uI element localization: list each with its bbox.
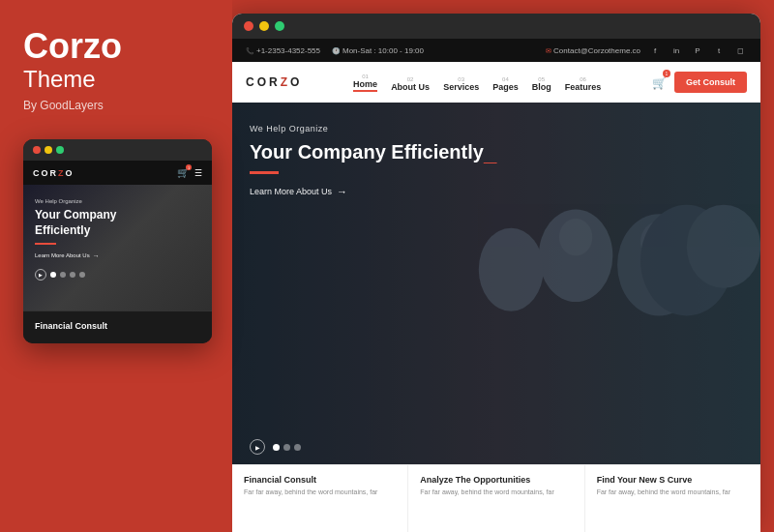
nav-item-features[interactable]: 06 Features bbox=[565, 76, 602, 92]
mobile-hero-underline bbox=[35, 243, 56, 245]
brand-name: Corzo bbox=[23, 27, 209, 66]
mobile-bottom-card: Financial Consult bbox=[23, 310, 212, 343]
mobile-dot-red bbox=[33, 146, 41, 154]
consult-button[interactable]: Get Consult bbox=[674, 72, 747, 93]
desktop-browser-bar bbox=[232, 14, 760, 39]
desktop-dot-green bbox=[275, 21, 284, 31]
cart-icon[interactable]: 🛒 bbox=[652, 76, 667, 90]
hours-info: Mon-Sat : 10:00 - 19:00 bbox=[332, 46, 424, 55]
twitter-icon[interactable]: t bbox=[712, 44, 726, 57]
mobile-cta[interactable]: Learn More About Us → bbox=[35, 252, 200, 259]
nav-item-pages[interactable]: 04 Pages bbox=[492, 76, 519, 92]
svg-point-5 bbox=[687, 205, 760, 288]
bottom-card-2-text: Far far away, behind the word mountains,… bbox=[420, 488, 572, 498]
left-panel: Corzo Theme By GoodLayers CORZO 🛒 1 ☰ bbox=[0, 0, 232, 532]
mobile-hero-small-text: We Help Organize bbox=[35, 198, 200, 204]
hero-small-title: We Help Organize bbox=[250, 124, 505, 133]
slide-dot-2[interactable] bbox=[283, 444, 290, 451]
desktop-nav: CORZO 01 Home 02 About Us 03 Services 04… bbox=[232, 62, 760, 103]
hero-underline bbox=[250, 171, 279, 174]
bottom-card-3-title: Find Your New S Curve bbox=[597, 475, 749, 485]
nav-label-pages: Pages bbox=[492, 82, 519, 92]
mobile-cta-text: Learn More About Us bbox=[35, 252, 90, 258]
desktop-browser-content: +1-2353-4352-555 Mon-Sat : 10:00 - 19:00… bbox=[232, 39, 760, 532]
mobile-dot-yellow bbox=[45, 146, 52, 154]
nav-item-services[interactable]: 03 Services bbox=[443, 76, 479, 92]
mobile-slider-dots: ▶ bbox=[35, 269, 200, 281]
brand-subtitle: Theme bbox=[23, 66, 209, 94]
info-bar-right: Contact@Corzotheme.co f in P t ◻ bbox=[546, 44, 747, 57]
hero-bottom-controls: ▶ bbox=[232, 439, 760, 464]
cart-badge: 1 bbox=[663, 70, 670, 77]
hero-cta-arrow-icon: → bbox=[337, 186, 347, 197]
mobile-dot-1[interactable] bbox=[50, 272, 56, 278]
nav-item-about[interactable]: 02 About Us bbox=[391, 76, 430, 92]
phone-info: +1-2353-4352-555 bbox=[246, 46, 320, 55]
desktop-dot-red bbox=[244, 21, 253, 31]
nav-item-blog[interactable]: 05 Blog bbox=[532, 76, 551, 92]
bottom-card-2: Analyze The Opportunities Far far away, … bbox=[408, 465, 584, 532]
linkedin-icon[interactable]: in bbox=[670, 44, 683, 57]
mobile-cart-badge: 1 bbox=[186, 164, 192, 170]
hero-slide-dots bbox=[273, 444, 301, 451]
mobile-dot-2[interactable] bbox=[60, 272, 66, 278]
info-bar-left: +1-2353-4352-555 Mon-Sat : 10:00 - 19:00 bbox=[246, 46, 424, 55]
bottom-card-2-title: Analyze The Opportunities bbox=[420, 475, 572, 485]
bottom-card-3-text: Far far away, behind the word mountains,… bbox=[597, 488, 749, 498]
bottom-card-1-title: Financial Consult bbox=[244, 475, 396, 485]
hero-play-button[interactable]: ▶ bbox=[250, 439, 265, 455]
pinterest-icon[interactable]: P bbox=[691, 44, 704, 57]
instagram-icon[interactable]: ◻ bbox=[733, 44, 747, 57]
mobile-hamburger-icon[interactable]: ☰ bbox=[194, 168, 202, 178]
mobile-dot-3[interactable] bbox=[70, 272, 75, 278]
mobile-dot-green bbox=[56, 146, 64, 154]
mobile-nav: CORZO 🛒 1 ☰ bbox=[23, 161, 212, 185]
desktop-dot-yellow bbox=[259, 21, 269, 31]
nav-label-features: Features bbox=[565, 82, 602, 92]
mobile-logo: CORZO bbox=[33, 168, 74, 178]
desktop-bottom-cards: Financial Consult Far far away, behind t… bbox=[232, 464, 760, 532]
desktop-hero: We Help Organize Your Company Efficientl… bbox=[232, 103, 760, 464]
nav-label-blog: Blog bbox=[532, 82, 551, 92]
desktop-nav-links: 01 Home 02 About Us 03 Services 04 Pages… bbox=[353, 74, 601, 92]
cart-wrapper[interactable]: 🛒 1 bbox=[652, 74, 667, 91]
bottom-card-1: Financial Consult Far far away, behind t… bbox=[232, 465, 408, 532]
nav-label-services: Services bbox=[443, 82, 479, 92]
nav-label-home: Home bbox=[353, 79, 377, 92]
mobile-dot-4[interactable] bbox=[79, 272, 85, 278]
right-panel: +1-2353-4352-555 Mon-Sat : 10:00 - 19:00… bbox=[232, 14, 760, 532]
desktop-info-bar: +1-2353-4352-555 Mon-Sat : 10:00 - 19:00… bbox=[232, 39, 760, 62]
brand-by: By GoodLayers bbox=[23, 99, 209, 112]
bottom-card-1-text: Far far away, behind the word mountains,… bbox=[244, 488, 396, 498]
svg-point-1 bbox=[559, 219, 592, 255]
nav-item-home[interactable]: 01 Home bbox=[353, 74, 377, 92]
desktop-logo: CORZO bbox=[246, 75, 302, 89]
slide-dot-3[interactable] bbox=[294, 444, 301, 451]
email-info: Contact@Corzotheme.co bbox=[546, 46, 640, 55]
mobile-hero: We Help Organize Your CompanyEfficiently… bbox=[23, 185, 212, 310]
bottom-card-3: Find Your New S Curve Far far away, behi… bbox=[585, 465, 760, 532]
hero-cta-text: Learn More About Us bbox=[250, 187, 332, 196]
desktop-nav-right: 🛒 1 Get Consult bbox=[652, 72, 747, 93]
mobile-cta-arrow-icon: → bbox=[93, 252, 100, 259]
mobile-play-button[interactable]: ▶ bbox=[35, 269, 46, 281]
mobile-cart-icon[interactable]: 🛒 1 bbox=[177, 167, 189, 178]
nav-label-about: About Us bbox=[391, 82, 430, 92]
mobile-nav-icons: 🛒 1 ☰ bbox=[177, 167, 202, 178]
hero-content: We Help Organize Your Company Efficientl… bbox=[232, 103, 522, 207]
mobile-top-bar bbox=[23, 139, 212, 161]
hero-cta-button[interactable]: Learn More About Us → bbox=[250, 186, 505, 197]
mobile-mockup: CORZO 🛒 1 ☰ We Help Organize Your Compan… bbox=[23, 139, 212, 343]
slide-dot-1[interactable] bbox=[273, 444, 280, 451]
svg-point-6 bbox=[479, 228, 544, 311]
hero-main-title: Your Company Efficiently_ bbox=[250, 139, 505, 167]
mobile-bottom-title: Financial Consult bbox=[35, 321, 200, 331]
facebook-icon[interactable]: f bbox=[648, 44, 662, 57]
mobile-hero-title: Your CompanyEfficiently bbox=[35, 208, 200, 238]
